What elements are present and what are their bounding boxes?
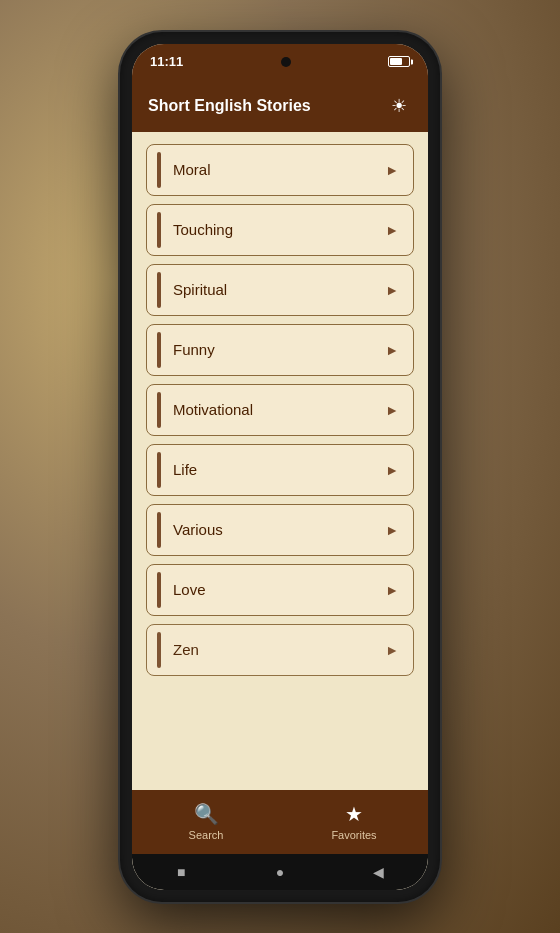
category-label-life: Life [173,461,197,478]
category-item-spiritual[interactable]: Spiritual ► [146,264,414,316]
category-left-motivational: Motivational [147,392,385,428]
android-square-button[interactable]: ■ [166,857,196,887]
category-item-life[interactable]: Life ► [146,444,414,496]
brightness-icon[interactable]: ☀ [386,93,412,119]
chevron-right-icon-touching: ► [385,222,399,238]
category-item-motivational[interactable]: Motivational ► [146,384,414,436]
search-label: Search [189,829,224,841]
category-left-funny: Funny [147,332,385,368]
nav-search[interactable]: 🔍 Search [132,802,280,841]
battery-fill [390,58,402,65]
phone-frame: 11:11 Short English Stories ☀ Moral ► [120,32,440,902]
category-label-touching: Touching [173,221,233,238]
category-left-spiritual: Spiritual [147,272,385,308]
category-bar [157,152,161,188]
chevron-right-icon-various: ► [385,522,399,538]
status-bar: 11:11 [132,44,428,80]
category-left-moral: Moral [147,152,385,188]
nav-favorites[interactable]: ★ Favorites [280,802,428,841]
category-label-love: Love [173,581,206,598]
category-list: Moral ► Touching ► Spiritual ► [132,132,428,790]
category-left-life: Life [147,452,385,488]
search-icon: 🔍 [194,802,219,826]
category-label-spiritual: Spiritual [173,281,227,298]
category-item-moral[interactable]: Moral ► [146,144,414,196]
category-left-various: Various [147,512,385,548]
category-left-love: Love [147,572,385,608]
android-back-button[interactable]: ◀ [364,857,394,887]
chevron-right-icon-life: ► [385,462,399,478]
chevron-right-icon-zen: ► [385,642,399,658]
battery-icon [388,56,410,67]
favorites-label: Favorites [331,829,376,841]
category-left-zen: Zen [147,632,385,668]
category-item-zen[interactable]: Zen ► [146,624,414,676]
category-bar [157,572,161,608]
category-item-various[interactable]: Various ► [146,504,414,556]
category-bar [157,512,161,548]
category-bar [157,212,161,248]
app-title: Short English Stories [148,97,311,115]
app-header: Short English Stories ☀ [132,80,428,132]
chevron-right-icon-funny: ► [385,342,399,358]
category-label-zen: Zen [173,641,199,658]
category-left-touching: Touching [147,212,385,248]
bottom-nav: 🔍 Search ★ Favorites [132,790,428,854]
category-bar [157,452,161,488]
category-item-touching[interactable]: Touching ► [146,204,414,256]
category-label-moral: Moral [173,161,211,178]
phone-screen: 11:11 Short English Stories ☀ Moral ► [132,44,428,890]
status-time: 11:11 [150,54,183,69]
category-bar [157,632,161,668]
category-label-motivational: Motivational [173,401,253,418]
chevron-right-icon-spiritual: ► [385,282,399,298]
category-label-funny: Funny [173,341,215,358]
category-item-funny[interactable]: Funny ► [146,324,414,376]
category-bar [157,332,161,368]
category-bar [157,392,161,428]
star-icon: ★ [345,802,363,826]
chevron-right-icon-motivational: ► [385,402,399,418]
camera-dot [281,57,291,67]
category-bar [157,272,161,308]
android-nav-bar: ■ ● ◀ [132,854,428,890]
category-label-various: Various [173,521,223,538]
category-item-love[interactable]: Love ► [146,564,414,616]
chevron-right-icon-moral: ► [385,162,399,178]
status-icons [388,56,410,67]
android-home-button[interactable]: ● [265,857,295,887]
chevron-right-icon-love: ► [385,582,399,598]
